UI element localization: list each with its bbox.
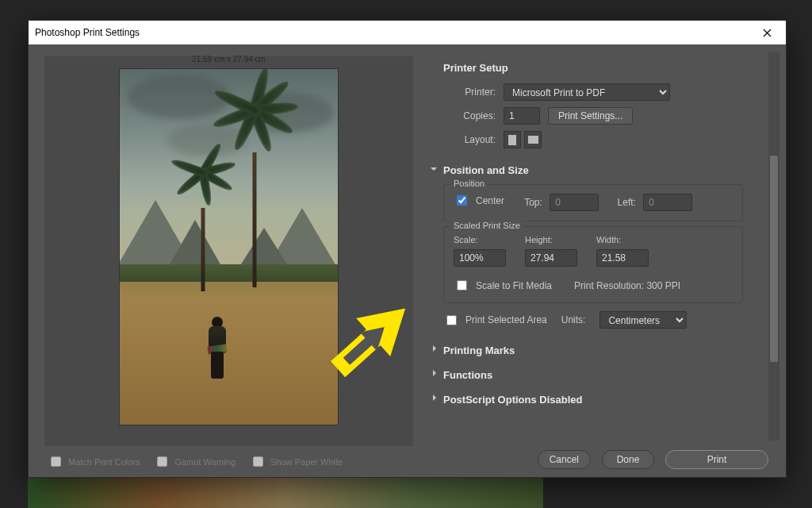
match-print-colors-checkbox[interactable]: Match Print Colors bbox=[48, 454, 140, 469]
print-button[interactable]: Print bbox=[665, 450, 768, 469]
printer-select[interactable]: Microsoft Print to PDF bbox=[504, 83, 670, 101]
gamut-warning-checkbox[interactable]: Gamut Warning bbox=[154, 454, 236, 469]
dialog-title: Photoshop Print Settings bbox=[35, 27, 754, 38]
center-checkbox[interactable] bbox=[457, 195, 467, 206]
print-preview[interactable]: 21.59 cm x 27.94 cm bbox=[44, 56, 413, 446]
left-input[interactable] bbox=[643, 194, 692, 211]
orientation-landscape-button[interactable] bbox=[524, 131, 542, 148]
dialog-footer: Cancel Done Print bbox=[426, 441, 779, 469]
units-label: Units: bbox=[561, 314, 586, 325]
printer-setup-heading: Printer Setup bbox=[429, 56, 764, 80]
scrollbar-thumb[interactable] bbox=[770, 156, 778, 362]
print-settings-dialog: Photoshop Print Settings 21.59 cm x 27.9… bbox=[28, 20, 787, 478]
scale-input[interactable] bbox=[454, 249, 506, 267]
center-label: Center bbox=[476, 195, 504, 206]
height-input[interactable] bbox=[525, 249, 577, 267]
scale-to-fit-checkbox[interactable] bbox=[457, 280, 467, 291]
top-label: Top: bbox=[524, 197, 542, 208]
background-document bbox=[28, 476, 543, 508]
printer-label: Printer: bbox=[451, 87, 496, 98]
titlebar: Photoshop Print Settings bbox=[29, 21, 786, 44]
close-icon bbox=[763, 29, 772, 37]
orientation-portrait-button[interactable] bbox=[504, 131, 521, 148]
scaled-size-group-label: Scaled Print Size bbox=[450, 221, 523, 230]
units-select[interactable]: Centimeters bbox=[599, 311, 687, 329]
scale-to-fit-label: Scale to Fit Media bbox=[476, 280, 552, 291]
functions-heading[interactable]: Functions bbox=[429, 363, 764, 387]
postscript-heading[interactable]: PostScript Options Disabled bbox=[429, 387, 764, 412]
done-button[interactable]: Done bbox=[602, 450, 654, 469]
height-label: Height: bbox=[525, 235, 577, 244]
portrait-icon bbox=[508, 135, 516, 145]
image-preview bbox=[120, 69, 338, 425]
copies-input[interactable] bbox=[504, 107, 540, 125]
settings-scroll[interactable]: Printer Setup Printer: Microsoft Print t… bbox=[426, 52, 779, 441]
width-label: Width: bbox=[596, 235, 649, 244]
settings-pane: Printer Setup Printer: Microsoft Print t… bbox=[421, 44, 786, 477]
show-paper-white-checkbox[interactable]: Show Paper White bbox=[250, 454, 343, 469]
left-label: Left: bbox=[618, 197, 636, 208]
print-resolution-label: Print Resolution: 300 PPI bbox=[574, 280, 680, 291]
scale-label: Scale: bbox=[454, 235, 506, 244]
printing-marks-heading[interactable]: Printing Marks bbox=[429, 338, 764, 363]
paper-preview bbox=[120, 69, 338, 425]
cancel-button[interactable]: Cancel bbox=[538, 450, 591, 469]
close-button[interactable] bbox=[754, 21, 779, 44]
print-selected-area-label: Print Selected Area bbox=[465, 314, 547, 325]
position-group-label: Position bbox=[450, 179, 488, 188]
width-input[interactable] bbox=[596, 249, 649, 267]
print-settings-button[interactable]: Print Settings... bbox=[548, 107, 633, 125]
settings-scrollbar[interactable] bbox=[768, 52, 779, 441]
layout-label: Layout: bbox=[451, 134, 496, 145]
page-dimensions-label: 21.59 cm x 27.94 cm bbox=[44, 55, 413, 64]
print-selected-area-checkbox[interactable] bbox=[446, 315, 457, 325]
landscape-icon bbox=[528, 136, 538, 144]
top-input[interactable] bbox=[550, 194, 599, 211]
copies-label: Copies: bbox=[451, 110, 496, 121]
preview-options: Match Print Colors Gamut Warning Show Pa… bbox=[44, 446, 413, 469]
preview-pane: 21.59 cm x 27.94 cm bbox=[29, 44, 421, 477]
